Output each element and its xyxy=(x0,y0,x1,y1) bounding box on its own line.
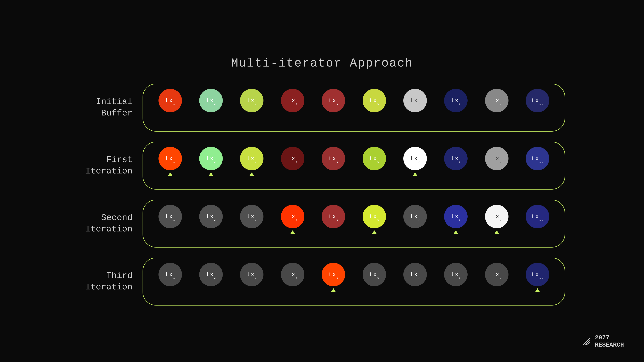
tx-circle-1-1: tx₁ xyxy=(158,89,182,112)
tx-slot-2-8: tx₈ xyxy=(444,147,468,184)
logo-container: 2077 RESEARCH xyxy=(582,334,624,349)
tx-circle-4-8: tx₈ xyxy=(444,263,468,286)
tx-slot-3-2: tx₂ xyxy=(199,205,223,242)
row-third-iteration: ThirdIterationtx₁tx₂tx₃tx₄tx₅tx₆tx₇tx₈tx… xyxy=(79,258,565,306)
label-initial-buffer: InitialBuffer xyxy=(79,96,132,119)
logo-icon xyxy=(582,336,592,347)
buffer-second-iteration: tx₁tx₂tx₃tx₄tx₅tx₆tx₇tx₈tx₉tx₁₀ xyxy=(142,200,565,248)
tx-slot-2-2: tx₂ xyxy=(199,147,223,172)
tx-slot-2-6: tx₆ xyxy=(362,147,386,184)
tx-circle-4-5: tx₅ xyxy=(322,263,345,286)
tx-circle-3-7: tx₇ xyxy=(403,205,427,228)
tx-circle-2-4: tx₄ xyxy=(281,147,304,170)
tx-slot-1-5: tx₅ xyxy=(322,89,345,126)
tx-circle-1-9: tx₉ xyxy=(485,89,508,112)
tx-circle-3-2: tx₂ xyxy=(199,205,223,228)
tx-circle-4-7: tx₇ xyxy=(403,263,427,286)
tx-circle-1-2: tx₂ xyxy=(199,89,223,112)
tx-circle-4-3: tx₃ xyxy=(240,263,264,286)
tx-slot-4-2: tx₂ xyxy=(199,263,223,300)
buffer-first-iteration: tx₁tx₂tx₃tx₄tx₅tx₆tx₇tx₈tx₉tx₁₀ xyxy=(142,142,565,190)
tx-circle-4-9: tx₉ xyxy=(485,263,508,286)
tx-circle-1-8: tx₈ xyxy=(444,89,468,112)
tx-circle-3-5: tx₅ xyxy=(322,205,345,228)
row-first-iteration: FirstIterationtx₁tx₂tx₃tx₄tx₅tx₆tx₇tx₈tx… xyxy=(79,142,565,190)
tx-slot-3-6: tx₆ xyxy=(362,205,386,230)
tx-circle-2-5: tx₅ xyxy=(322,147,345,170)
row-initial-buffer: InitialBuffertx₁tx₂tx₃tx₄tx₅tx₆tx₇tx₈tx₉… xyxy=(79,84,565,132)
tx-slot-3-8: tx₈ xyxy=(444,205,468,230)
tx-circle-2-6: tx₆ xyxy=(362,147,386,170)
label-second-iteration: SecondIteration xyxy=(79,212,132,235)
tx-slot-2-9: tx₉ xyxy=(485,147,508,184)
label-first-iteration: FirstIteration xyxy=(79,154,132,177)
tx-slot-1-4: tx₄ xyxy=(281,89,304,126)
tx-slot-4-9: tx₉ xyxy=(485,263,508,300)
tx-slot-4-5: tx₅ xyxy=(322,263,345,288)
tx-slot-3-9: tx₉ xyxy=(485,205,508,230)
tx-circle-4-1: tx₁ xyxy=(158,263,182,286)
tx-circle-3-1: tx₁ xyxy=(158,205,182,228)
tx-slot-1-1: tx₁ xyxy=(158,89,182,126)
tx-slot-4-7: tx₇ xyxy=(403,263,427,300)
tx-circle-3-3: tx₃ xyxy=(240,205,264,228)
tx-circle-4-2: tx₂ xyxy=(199,263,223,286)
tx-slot-2-7: tx₇ xyxy=(403,147,427,172)
tx-circle-4-10: tx₁₀ xyxy=(526,263,549,286)
buffer-third-iteration: tx₁tx₂tx₃tx₄tx₅tx₆tx₇tx₈tx₉tx₁₀ xyxy=(142,258,565,306)
tx-slot-4-1: tx₁ xyxy=(158,263,182,300)
tx-slot-2-1: tx₁ xyxy=(158,147,182,172)
tx-slot-1-2: tx₂ xyxy=(199,89,223,126)
tx-slot-1-10: tx₁₀ xyxy=(526,89,549,126)
tx-circle-4-6: tx₆ xyxy=(362,263,386,286)
tx-circle-2-2: tx₂ xyxy=(199,147,223,170)
tx-circle-2-10: tx₁₀ xyxy=(526,147,549,170)
tx-circle-3-9: tx₉ xyxy=(485,205,508,228)
tx-slot-4-10: tx₁₀ xyxy=(526,263,549,288)
label-third-iteration: ThirdIteration xyxy=(79,270,132,293)
tx-circle-1-4: tx₄ xyxy=(281,89,304,112)
tx-slot-4-6: tx₆ xyxy=(362,263,386,300)
buffer-initial-buffer: tx₁tx₂tx₃tx₄tx₅tx₆tx₇tx₈tx₉tx₁₀ xyxy=(142,84,565,132)
tx-circle-1-6: tx₆ xyxy=(362,89,386,112)
tx-circle-1-7: tx₇ xyxy=(403,89,427,112)
tx-slot-3-7: tx₇ xyxy=(403,205,427,242)
tx-slot-1-6: tx₆ xyxy=(362,89,386,126)
tx-circle-3-10: tx₁₀ xyxy=(526,205,549,228)
logo-text: 2077 RESEARCH xyxy=(595,334,624,349)
tx-circle-3-6: tx₆ xyxy=(362,205,386,228)
tx-slot-1-9: tx₉ xyxy=(485,89,508,126)
tx-slot-1-7: tx₇ xyxy=(403,89,427,126)
diagram-container: InitialBuffertx₁tx₂tx₃tx₄tx₅tx₆tx₇tx₈tx₉… xyxy=(79,84,565,306)
tx-circle-3-8: tx₈ xyxy=(444,205,468,228)
tx-circle-1-10: tx₁₀ xyxy=(526,89,549,112)
tx-slot-2-4: tx₄ xyxy=(281,147,304,184)
tx-slot-3-4: tx₄ xyxy=(281,205,304,230)
tx-slot-3-10: tx₁₀ xyxy=(526,205,549,242)
tx-circle-3-4: tx₄ xyxy=(281,205,304,228)
tx-slot-1-3: tx₃ xyxy=(240,89,264,126)
tx-circle-2-7: tx₇ xyxy=(403,147,427,170)
tx-slot-4-8: tx₈ xyxy=(444,263,468,300)
tx-slot-3-1: tx₁ xyxy=(158,205,182,242)
tx-circle-2-8: tx₈ xyxy=(444,147,468,170)
tx-circle-1-3: tx₃ xyxy=(240,89,264,112)
tx-circle-1-5: tx₅ xyxy=(322,89,345,112)
tx-slot-3-3: tx₃ xyxy=(240,205,264,242)
tx-slot-1-8: tx₈ xyxy=(444,89,468,126)
tx-circle-2-1: tx₁ xyxy=(158,147,182,170)
tx-slot-4-4: tx₄ xyxy=(281,263,304,300)
tx-slot-3-5: tx₅ xyxy=(322,205,345,242)
tx-slot-2-10: tx₁₀ xyxy=(526,147,549,184)
tx-slot-2-3: tx₃ xyxy=(240,147,264,172)
page-title: Multi-iterator Approach xyxy=(231,56,413,70)
tx-circle-2-9: tx₉ xyxy=(485,147,508,170)
row-second-iteration: SecondIterationtx₁tx₂tx₃tx₄tx₅tx₆tx₇tx₈t… xyxy=(79,200,565,248)
tx-circle-4-4: tx₄ xyxy=(281,263,304,286)
tx-circle-2-3: tx₃ xyxy=(240,147,264,170)
tx-slot-2-5: tx₅ xyxy=(322,147,345,184)
tx-slot-4-3: tx₃ xyxy=(240,263,264,300)
